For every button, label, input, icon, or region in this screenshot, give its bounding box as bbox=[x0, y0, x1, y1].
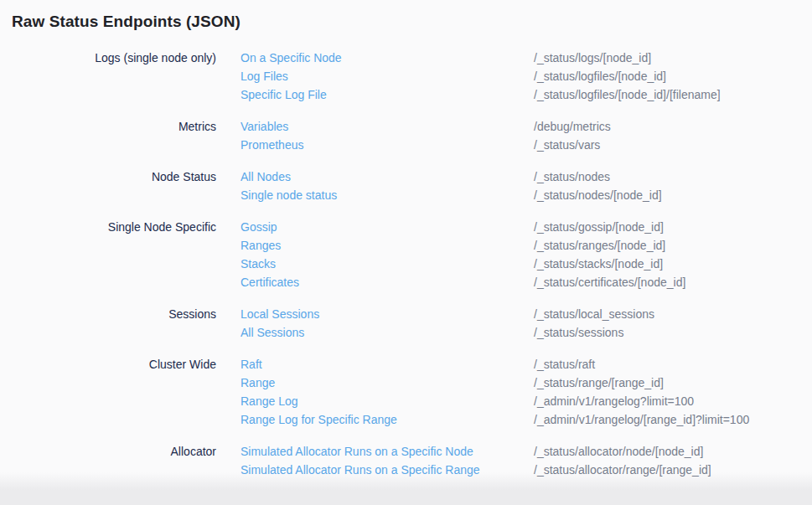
endpoint-link[interactable]: All Nodes bbox=[240, 167, 534, 186]
endpoint-section: Allocator Simulated Allocator Runs on a … bbox=[12, 442, 812, 479]
endpoint-row: Prometheus /_status/vars bbox=[240, 136, 611, 154]
endpoint-path: /_status/raft bbox=[534, 355, 595, 374]
endpoint-link[interactable]: Ranges bbox=[240, 236, 534, 255]
endpoint-section: Node Status All Nodes /_status/nodes Sin… bbox=[12, 167, 812, 204]
endpoint-row: Single node status /_status/nodes/[node_… bbox=[240, 186, 662, 204]
endpoint-link[interactable]: Variables bbox=[240, 117, 534, 136]
endpoint-path: /_status/nodes bbox=[534, 167, 610, 186]
section-category-label: Allocator bbox=[12, 442, 216, 461]
endpoint-path: /_admin/v1/rangelog?limit=100 bbox=[534, 392, 694, 410]
section-entries: Variables /debug/metrics Prometheus /_st… bbox=[240, 117, 611, 154]
endpoint-link[interactable]: Gossip bbox=[240, 218, 534, 236]
endpoint-row: Specific Log File /_status/logfiles/[nod… bbox=[240, 85, 721, 104]
endpoint-row: Log Files /_status/logfiles/[node_id] bbox=[240, 67, 721, 85]
endpoint-link[interactable]: Raft bbox=[240, 355, 534, 374]
endpoint-path: /_status/ranges/[node_id] bbox=[534, 236, 665, 255]
endpoint-link[interactable]: Range Log for Specific Range bbox=[240, 410, 534, 429]
section-category-label: Node Status bbox=[12, 167, 216, 186]
endpoint-link[interactable]: Prometheus bbox=[240, 136, 534, 154]
endpoint-link[interactable]: Log Files bbox=[240, 67, 534, 85]
endpoint-row: Ranges /_status/ranges/[node_id] bbox=[240, 236, 685, 255]
section-category-label: Single Node Specific bbox=[12, 218, 216, 236]
section-entries: Raft /_status/raft Range /_status/range/… bbox=[240, 355, 749, 429]
endpoint-row: Stacks /_status/stacks/[node_id] bbox=[240, 255, 685, 273]
endpoint-path: /_status/sessions bbox=[534, 323, 623, 342]
endpoint-path: /_status/allocator/range/[range_id] bbox=[534, 461, 711, 479]
endpoint-path: /_status/vars bbox=[534, 136, 600, 154]
endpoint-link[interactable]: Simulated Allocator Runs on a Specific N… bbox=[240, 442, 534, 461]
endpoint-path: /_status/logfiles/[node_id] bbox=[534, 67, 666, 85]
endpoint-path: /debug/metrics bbox=[534, 117, 611, 136]
page-title: Raw Status Endpoints (JSON) bbox=[12, 12, 812, 32]
section-category-label: Cluster Wide bbox=[12, 355, 216, 374]
endpoint-path: /_status/stacks/[node_id] bbox=[534, 255, 663, 273]
endpoint-link[interactable]: Stacks bbox=[240, 255, 534, 273]
endpoint-path: /_status/gossip/[node_id] bbox=[534, 218, 664, 236]
endpoint-path: /_status/allocator/node/[node_id] bbox=[534, 442, 703, 461]
endpoint-section: Metrics Variables /debug/metrics Prometh… bbox=[12, 117, 812, 154]
endpoint-row: Variables /debug/metrics bbox=[240, 117, 611, 136]
endpoint-link[interactable]: Single node status bbox=[240, 186, 534, 204]
endpoint-row: Range /_status/range/[range_id] bbox=[240, 374, 749, 392]
endpoint-path: /_status/logfiles/[node_id]/[filename] bbox=[534, 85, 721, 104]
endpoint-link[interactable]: All Sessions bbox=[240, 323, 534, 342]
endpoint-row: Simulated Allocator Runs on a Specific R… bbox=[240, 461, 711, 479]
endpoint-path: /_status/range/[range_id] bbox=[534, 374, 664, 392]
endpoint-path: /_status/certificates/[node_id] bbox=[534, 273, 685, 291]
endpoint-sections: Logs (single node only) On a Specific No… bbox=[12, 49, 812, 479]
section-entries: All Nodes /_status/nodes Single node sta… bbox=[240, 167, 662, 204]
section-entries: On a Specific Node /_status/logs/[node_i… bbox=[240, 49, 721, 104]
raw-status-endpoints-page: Raw Status Endpoints (JSON) Logs (single… bbox=[0, 0, 812, 505]
endpoint-link[interactable]: Certificates bbox=[240, 273, 534, 291]
section-entries: Simulated Allocator Runs on a Specific N… bbox=[240, 442, 711, 479]
endpoint-row: Gossip /_status/gossip/[node_id] bbox=[240, 218, 685, 236]
endpoint-row: Range Log for Specific Range /_admin/v1/… bbox=[240, 410, 749, 429]
endpoint-link[interactable]: Specific Log File bbox=[240, 85, 534, 104]
section-category-label: Logs (single node only) bbox=[12, 49, 216, 67]
endpoint-path: /_status/logs/[node_id] bbox=[534, 49, 651, 67]
endpoint-link[interactable]: Simulated Allocator Runs on a Specific R… bbox=[240, 461, 534, 479]
endpoint-section: Sessions Local Sessions /_status/local_s… bbox=[12, 305, 812, 342]
endpoint-path: /_status/nodes/[node_id] bbox=[534, 186, 662, 204]
endpoint-link[interactable]: Range bbox=[240, 374, 534, 392]
endpoint-row: Certificates /_status/certificates/[node… bbox=[240, 273, 685, 291]
endpoint-row: All Sessions /_status/sessions bbox=[240, 323, 654, 342]
endpoint-link[interactable]: On a Specific Node bbox=[240, 49, 534, 67]
endpoint-row: On a Specific Node /_status/logs/[node_i… bbox=[240, 49, 721, 67]
endpoint-link[interactable]: Range Log bbox=[240, 392, 534, 410]
section-entries: Local Sessions /_status/local_sessions A… bbox=[240, 305, 654, 342]
section-category-label: Sessions bbox=[12, 305, 216, 323]
endpoint-row: Raft /_status/raft bbox=[240, 355, 749, 374]
endpoint-row: Simulated Allocator Runs on a Specific N… bbox=[240, 442, 711, 461]
endpoint-row: Local Sessions /_status/local_sessions bbox=[240, 305, 654, 323]
section-entries: Gossip /_status/gossip/[node_id] Ranges … bbox=[240, 218, 685, 291]
endpoint-row: All Nodes /_status/nodes bbox=[240, 167, 662, 186]
endpoint-section: Cluster Wide Raft /_status/raft Range /_… bbox=[12, 355, 812, 429]
endpoint-path: /_status/local_sessions bbox=[534, 305, 654, 323]
endpoint-row: Range Log /_admin/v1/rangelog?limit=100 bbox=[240, 392, 749, 410]
endpoint-path: /_admin/v1/rangelog/[range_id]?limit=100 bbox=[534, 410, 749, 429]
section-category-label: Metrics bbox=[12, 117, 216, 136]
endpoint-section: Single Node Specific Gossip /_status/gos… bbox=[12, 218, 812, 291]
endpoint-link[interactable]: Local Sessions bbox=[240, 305, 534, 323]
endpoint-section: Logs (single node only) On a Specific No… bbox=[12, 49, 812, 104]
